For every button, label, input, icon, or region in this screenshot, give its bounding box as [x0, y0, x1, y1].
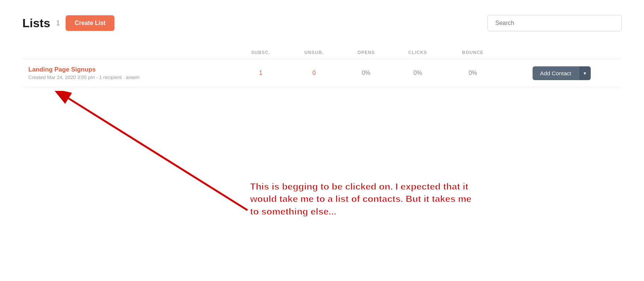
list-meta: Created Mar 24, 2020 3:05 pm - 1 recipie…: [28, 75, 228, 80]
search-input[interactable]: [487, 15, 622, 31]
svg-line-1: [69, 98, 247, 210]
search-container: [487, 15, 622, 31]
annotation-text: This is begging to be clicked on. I expe…: [250, 180, 481, 218]
header-row: Lists 1 Create List: [22, 15, 622, 31]
list-count-badge: 1: [56, 19, 60, 27]
page-title: Lists: [22, 16, 50, 30]
col-header-actions: [502, 46, 622, 59]
unsub-cell: 0: [287, 59, 341, 87]
col-header-subsc: SUBSC.: [234, 46, 287, 59]
subsc-cell: 1: [234, 59, 287, 87]
page-container: Lists 1 Create List SUBSC. UNSUB. OPENS …: [0, 0, 644, 240]
col-header-opens: OPENS: [341, 46, 391, 59]
lists-table: SUBSC. UNSUB. OPENS CLICKS BOUNCE Landin…: [22, 46, 622, 87]
opens-cell: 0%: [341, 59, 391, 87]
list-name-cell: Landing Page Signups Created Mar 24, 202…: [22, 59, 234, 87]
create-list-button[interactable]: Create List: [66, 15, 114, 31]
add-contact-dropdown-button[interactable]: ▾: [579, 66, 591, 80]
table-row: Landing Page Signups Created Mar 24, 202…: [22, 59, 622, 87]
unsub-value: 0: [312, 70, 316, 76]
col-header-clicks: CLICKS: [391, 46, 444, 59]
clicks-value: 0%: [413, 70, 422, 76]
bounce-cell: 0%: [444, 59, 502, 87]
bounce-value: 0%: [468, 70, 477, 76]
opens-value: 0%: [362, 70, 370, 76]
table-header-row: SUBSC. UNSUB. OPENS CLICKS BOUNCE: [22, 46, 622, 59]
header-left: Lists 1 Create List: [22, 15, 114, 31]
list-name-link[interactable]: Landing Page Signups: [28, 66, 228, 73]
col-header-name: [22, 46, 234, 59]
actions-cell: Add Contact ▾: [502, 59, 622, 87]
col-header-unsub: UNSUB.: [287, 46, 341, 59]
clicks-cell: 0%: [391, 59, 444, 87]
add-contact-group: Add Contact ▾: [533, 66, 591, 80]
add-contact-button[interactable]: Add Contact: [533, 66, 579, 80]
col-header-bounce: BOUNCE: [444, 46, 502, 59]
annotation-area: This is begging to be clicked on. I expe…: [22, 91, 622, 225]
subsc-value: 1: [259, 70, 262, 76]
